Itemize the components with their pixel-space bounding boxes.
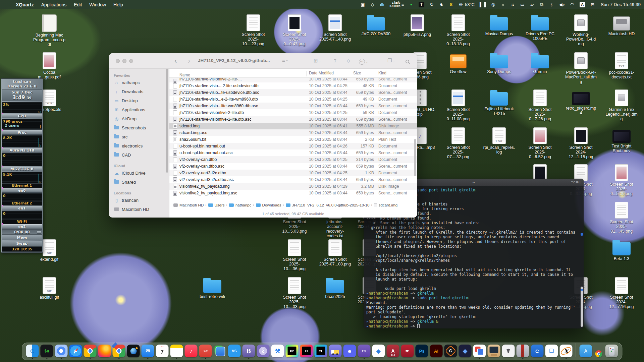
desktop-icon[interactable]: Drivers Eee PC 1005PE: [524, 14, 556, 41]
dock-item-pycharm[interactable]: PC: [286, 345, 299, 357]
desktop-icon[interactable]: LOGrpi_scan_replies.log: [483, 127, 515, 155]
volume-icon[interactable]: ◀»: [559, 2, 565, 7]
gkrellm-net0-chart[interactable]: 5.1K: [2, 172, 42, 184]
columns-icon[interactable]: ▌▐: [480, 2, 486, 7]
dock-item-autocad[interactable]: ACAD: [387, 345, 399, 357]
share-icon[interactable]: ↥: [333, 58, 337, 64]
table-row[interactable]: vf2-overlay-uart3-i2c.dtbo10 Oct 2025 at…: [169, 170, 417, 176]
dock-item-screens[interactable]: [473, 345, 486, 357]
table-row[interactable]: vf2-overlay-can.dtbo.asc10 Oct 2025 at 0…: [169, 163, 417, 170]
column-date[interactable]: Date Modified: [309, 71, 334, 75]
desktop-icon[interactable]: Beta 1.3: [605, 239, 638, 261]
table-row[interactable]: jh7110s-starfive-visio...te-usbdevice.dt…: [169, 89, 417, 96]
gkrellm-net2-chart[interactable]: 0: [2, 211, 42, 220]
table-row[interactable]: jh7110s-starfive-visionfive-2-lite.dtb10…: [169, 109, 417, 116]
table-row[interactable]: jh7110s-starfive-visio...-2-lite-usbdevi…: [169, 82, 417, 89]
dock-item-clion[interactable]: CL: [315, 345, 327, 357]
dock-item-safari[interactable]: [69, 345, 82, 357]
breadcrumb-item[interactable]: JH7110_VF2_6.12_v6.0.0-github-2025-10-10: [286, 203, 370, 207]
dock-item-window-app[interactable]: ❑: [545, 345, 558, 357]
dock-item-mail[interactable]: ✉: [142, 345, 154, 357]
hat-icon[interactable]: ▱: [530, 2, 534, 7]
breadcrumb-item[interactable]: Macintosh HD: [173, 203, 204, 207]
sidebar-item-screenshots[interactable]: Screenshots: [111, 123, 167, 132]
dock-item-xcode[interactable]: ⚒: [271, 345, 284, 357]
launchpad-icon[interactable]: ⠿: [510, 2, 515, 7]
sidebar-item-nathanpc[interactable]: ⌂nathanpc: [111, 78, 167, 87]
forward-button[interactable]: ›: [188, 57, 190, 65]
net-speed-indicator[interactable]: 1 kB/s0.9 kB/s≣: [389, 1, 404, 8]
desktop-icon[interactable]: Garmin eTrex Legend...ner).dmg: [605, 89, 638, 121]
table-row[interactable]: visionfive2_fw_payload.img10 Oct 2025 at…: [169, 183, 417, 190]
table-row[interactable]: jh7110s-starfive-visionfive-2-lite.dtb.a…: [169, 116, 417, 123]
dock-item-c-app[interactable]: C: [531, 345, 544, 357]
table-row[interactable]: sdcard.img.asc10 Oct 2025 at 08:44659 by…: [169, 129, 417, 136]
gkrellm-disk1-chart[interactable]: 8.2K: [2, 135, 42, 147]
gkrellm-monitor[interactable]: trashcan Darwin 21.6.0 Sun 7 Dec 3:49 39…: [1, 78, 43, 253]
dock-item-terminal[interactable]: $▮: [41, 345, 53, 357]
gkrellm-mem-panel[interactable]: Mem: [2, 235, 42, 240]
zoom-button[interactable]: [129, 59, 133, 63]
menu-edit[interactable]: Edit: [70, 2, 86, 7]
dock-item-emacs[interactable]: ξ: [257, 345, 270, 357]
sidebar-item-applications[interactable]: ⊞Applications: [111, 105, 167, 114]
desktop-icon[interactable]: Screen Shot 2025-0...7.26.png: [524, 89, 556, 121]
timer-button[interactable]: [37, 231, 41, 234]
status-dot-icon[interactable]: ●: [409, 3, 414, 6]
breadcrumb-item[interactable]: nathanpc: [229, 203, 251, 207]
gkrellm-net1-button[interactable]: en1: [2, 206, 42, 210]
desktop-icon[interactable]: Screen Shot 2024-12...1.15.png: [565, 127, 597, 159]
desktop-icon[interactable]: php56-iis7.png: [401, 14, 433, 37]
gkrellm-timer[interactable]: 0:00 00: [2, 229, 42, 235]
gkrellm-clock[interactable]: Sun 7 Dec 3:49 39: [2, 89, 42, 101]
dock-item-textual[interactable]: t x: [358, 345, 371, 357]
desktop-icon[interactable]: Beginning Mac Program...ocoa.pdf: [33, 14, 65, 47]
window-tile-icon[interactable]: ▣: [360, 2, 365, 7]
desktop-icon[interactable]: Mavica Dumps: [483, 14, 515, 36]
back-button[interactable]: ‹: [174, 57, 177, 65]
desktop-icon[interactable]: best-retro-wifi: [196, 277, 228, 299]
desktop-icon[interactable]: Screen Shot 2025-10....03.png: [278, 277, 311, 309]
desktop-icon[interactable]: Working-PowerBo...G4.dmg: [565, 14, 597, 46]
dock-item-discord[interactable]: ☻: [343, 345, 356, 357]
breadcrumb-item[interactable]: sdcard.img: [374, 203, 397, 207]
gkrellm-disk2-chart[interactable]: 0: [2, 153, 42, 166]
dock-item-firefox[interactable]: [98, 345, 111, 357]
preview-icon[interactable]: ❐⌄: [387, 58, 395, 64]
table-row[interactable]: u-boot-spl.bin.normal.out10 Oct 2025 at …: [169, 143, 417, 149]
desktop-icon[interactable]: Screen Shot 2025-07...08.png: [319, 239, 351, 266]
gkrellm-net0-button[interactable]: en0: [2, 188, 42, 193]
desktop-icon[interactable]: GIFasciifull.gif: [33, 277, 65, 300]
column-kind[interactable]: Kind: [378, 71, 386, 75]
sidebar-item-downloads[interactable]: ↓Downloads: [111, 87, 167, 96]
dock-item-intellij-idea[interactable]: IJ: [300, 345, 313, 357]
gkrellm-cpu-chart[interactable]: 2%: [2, 102, 42, 113]
dock-item-remote-desktop[interactable]: »«: [199, 345, 212, 357]
breadcrumb-item[interactable]: Users: [208, 203, 225, 207]
close-button[interactable]: [116, 59, 120, 63]
dock-item-trash[interactable]: [605, 345, 618, 357]
gkrellm-net2-button[interactable]: en2: [2, 224, 42, 229]
table-row[interactable]: jh7110s-starfive-visionfive-2-lite-...10…: [169, 78, 417, 82]
desktop-icon[interactable]: Screen Shot 2025-07....32.png: [442, 127, 474, 159]
dock-item-xquartz[interactable]: X: [560, 345, 573, 357]
menu-help[interactable]: Help: [110, 2, 127, 7]
gkrellm-cpu-button[interactable]: CPU: [2, 114, 42, 118]
sidebar-item-src[interactable]: src: [111, 132, 167, 141]
desktop-icon[interactable]: Overflow: [442, 52, 474, 74]
table-row[interactable]: vf2-overlay-uart3-i2c.dtbo.asc10 Oct 202…: [169, 176, 417, 183]
dock-item-gem-app[interactable]: ◆: [459, 345, 472, 357]
desktop-icon[interactable]: TXTpcc-xcode31-docsets.txt: [605, 52, 638, 79]
desktop-icon[interactable]: Screen Shot 2025-10....36.png: [278, 239, 311, 271]
dock-item-notes[interactable]: [170, 345, 183, 357]
sidebar-item-electronics[interactable]: electronics: [111, 141, 167, 150]
control-center-icon[interactable]: ⊟: [590, 2, 595, 7]
gkrellm-proc-chart[interactable]: 790 procs 2 users: [2, 119, 42, 130]
desktop-icon[interactable]: Screen Shot 2025-0..11.08.png: [442, 89, 474, 121]
desktop-icon[interactable]: Screen Shot 2025-0...6.52.png: [524, 127, 556, 159]
search-icon[interactable]: [406, 59, 409, 64]
dock-item-orbit-app[interactable]: [127, 345, 140, 357]
desktop-icon[interactable]: Screen Shot 2025-0...5.00.png: [605, 164, 638, 196]
column-size[interactable]: Size: [353, 71, 361, 75]
overlap-windows-icon[interactable]: ⧉: [539, 2, 544, 7]
